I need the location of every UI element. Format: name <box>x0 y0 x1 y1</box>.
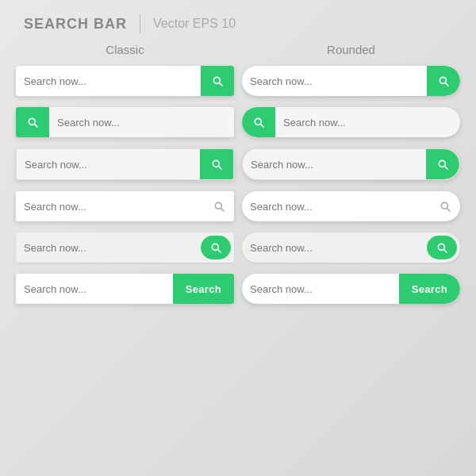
search-icon-gray-c4 <box>204 191 234 221</box>
search-input-r6[interactable] <box>242 274 399 304</box>
search-button-r2[interactable] <box>242 107 275 137</box>
rounded-bar-1 <box>242 66 460 96</box>
classic-bar-2 <box>16 107 234 137</box>
rounded-bar-3 <box>242 148 460 180</box>
search-icon <box>439 200 451 213</box>
search-bar-card <box>242 66 460 96</box>
rounded-bar-5 <box>242 232 460 263</box>
page-header: SEARCH BAR Vector EPS 10 <box>0 0 476 43</box>
search-icon <box>436 241 448 254</box>
search-bar-card <box>16 66 234 96</box>
search-input-r1[interactable] <box>242 66 427 96</box>
search-icon <box>211 75 224 87</box>
search-input-c2[interactable] <box>49 107 234 137</box>
search-icon <box>210 158 223 171</box>
page-subtitle: Vector EPS 10 <box>153 17 236 31</box>
search-icon-gray-r4 <box>430 191 460 221</box>
search-button-r5[interactable] <box>427 236 457 259</box>
search-button-r3[interactable] <box>426 149 459 179</box>
classic-bar-6: Search <box>16 274 234 304</box>
search-bar-card: Search <box>16 274 234 304</box>
search-icon <box>436 158 449 171</box>
search-input-c1[interactable] <box>16 66 201 96</box>
search-text-button-c6[interactable]: Search <box>173 274 234 304</box>
classic-bar-4 <box>16 191 234 221</box>
search-icon <box>252 116 265 129</box>
rounded-bar-2 <box>242 107 460 137</box>
classic-column-title: Classic <box>16 43 234 56</box>
search-button-c5[interactable] <box>201 236 231 259</box>
classic-bar-3 <box>16 148 234 180</box>
search-bar-card <box>242 148 460 180</box>
search-bar-card <box>242 191 460 221</box>
search-bar-card: Search <box>242 274 460 304</box>
columns-container: Classic <box>0 43 476 476</box>
search-button-c3[interactable] <box>200 149 233 179</box>
header-divider <box>140 14 140 33</box>
search-icon <box>213 200 225 213</box>
rounded-bar-4 <box>242 191 460 221</box>
search-bar-card <box>242 107 460 137</box>
search-input-r5[interactable] <box>242 232 427 263</box>
search-input-c4[interactable] <box>16 191 204 221</box>
search-button-r1[interactable] <box>427 66 460 96</box>
search-icon <box>437 75 450 87</box>
search-icon <box>209 241 222 254</box>
search-input-r4[interactable] <box>242 191 430 221</box>
search-button-c1[interactable] <box>201 66 234 96</box>
page-title: SEARCH BAR <box>24 16 127 33</box>
search-input-r2[interactable] <box>275 107 460 137</box>
classic-bar-1 <box>16 66 234 96</box>
search-bar-card <box>16 232 234 263</box>
search-icon <box>26 116 39 129</box>
classic-bar-5 <box>16 232 234 263</box>
search-bar-card <box>242 232 460 263</box>
search-input-c5[interactable] <box>16 232 201 263</box>
search-input-r3[interactable] <box>243 149 426 179</box>
search-button-c2[interactable] <box>16 107 49 137</box>
search-bar-card <box>16 107 234 137</box>
search-bar-card <box>16 191 234 221</box>
search-bar-card <box>16 148 234 180</box>
rounded-bar-6: Search <box>242 274 460 304</box>
rounded-column-title: Rounded <box>242 43 460 56</box>
search-input-c6[interactable] <box>16 274 173 304</box>
search-text-button-r6[interactable]: Search <box>399 274 460 304</box>
rounded-column: Rounded <box>242 43 460 476</box>
classic-column: Classic <box>16 43 234 476</box>
search-input-c3[interactable] <box>17 149 200 179</box>
